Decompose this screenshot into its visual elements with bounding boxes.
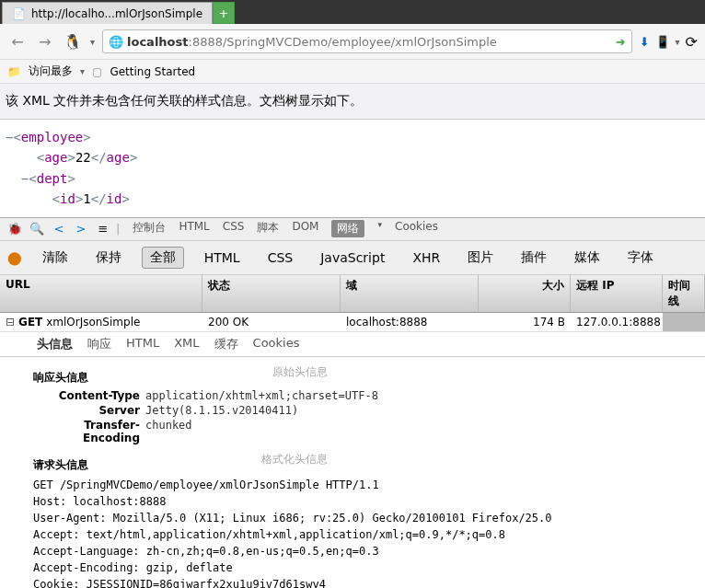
browser-tab[interactable]: 📄 http://localho...mlOrJsonSimple [2, 2, 213, 24]
arrow-right-icon[interactable]: > [72, 220, 90, 238]
down-arrow-icon[interactable]: ⬇ [640, 35, 650, 49]
url-input[interactable]: 🌐 localhost:8888/SpringMVCDemo/employee/… [102, 29, 632, 53]
filter-font[interactable]: 字体 [620, 248, 661, 268]
firebug-icon[interactable]: 🐞 [6, 220, 24, 238]
tab-html[interactable]: HTML [179, 220, 209, 237]
arrow-left-icon[interactable]: < [50, 220, 68, 238]
divider: | [116, 222, 120, 236]
fmt-hint: 格式化头信息 [261, 452, 328, 477]
annotation-arrow [0, 407, 6, 490]
dropdown-icon[interactable]: ▾ [676, 37, 680, 47]
tab-css[interactable]: CSS [223, 220, 245, 237]
xml-notice: 该 XML 文件并未包含任何关联的样式信息。文档树显示如下。 [0, 84, 705, 120]
device-icon[interactable]: 📱 [655, 35, 670, 49]
raw-request: GET /SpringMVCDemo/employee/xmlOrJsonSim… [33, 477, 690, 588]
collapse-icon[interactable]: ⊟ [6, 316, 15, 329]
new-tab-button[interactable]: + [213, 2, 235, 24]
xml-tree: −<employee> <age>22</age> −<dept> <id>1<… [0, 120, 705, 217]
tab-console[interactable]: 控制台 [133, 220, 166, 237]
net-table-header: URL 状态 域 大小 远程 IP 时间线 [0, 275, 705, 313]
break-icon[interactable]: ⬤ [7, 250, 22, 265]
col-status: 状态 [202, 275, 341, 312]
filter-xhr[interactable]: XHR [405, 248, 447, 267]
filter-css[interactable]: CSS [260, 248, 301, 267]
col-time: 时间线 [663, 275, 705, 312]
getting-started-link[interactable]: Getting Started [110, 65, 195, 78]
url-text: localhost:8888/SpringMVCDemo/employee/xm… [127, 35, 612, 49]
subtab-xml[interactable]: XML [174, 336, 199, 352]
dropdown-icon[interactable]: ▾ [80, 66, 85, 76]
getting-started-icon: ▢ [92, 65, 102, 78]
back-button[interactable]: ← [7, 31, 28, 52]
visit-most-link[interactable]: 访问最多 [29, 63, 73, 79]
inspect-icon[interactable]: 🔍 [28, 220, 46, 238]
tab-script[interactable]: 脚本 [257, 220, 279, 237]
col-domain: 域 [341, 275, 479, 312]
filter-media[interactable]: 媒体 [567, 248, 607, 268]
subtab-html[interactable]: HTML [126, 336, 159, 352]
tab-cookies[interactable]: Cookies [395, 220, 438, 237]
orig-hint: 原始头信息 [272, 364, 328, 389]
devtools-panel: 🐞 🔍 < > ≡ | 控制台 HTML CSS 脚本 DOM 网络 ▾ Coo… [0, 217, 705, 588]
penguin-icon: 🐧 [63, 31, 83, 52]
response-section-label: 响应头信息 [33, 370, 88, 386]
subtab-cache[interactable]: 缓存 [214, 336, 238, 352]
filter-plugin[interactable]: 插件 [514, 248, 554, 268]
reload-button[interactable]: ⟳ [686, 33, 698, 51]
filter-html[interactable]: HTML [197, 248, 248, 267]
col-url: URL [0, 275, 202, 312]
tab-dom[interactable]: DOM [292, 220, 318, 237]
bars-icon[interactable]: ≡ [94, 220, 112, 238]
globe-icon: 🌐 [109, 35, 123, 49]
tab-net[interactable]: 网络 [331, 220, 364, 237]
clear-button[interactable]: 清除 [35, 248, 75, 268]
col-remote: 远程 IP [571, 275, 663, 312]
filter-js[interactable]: JavaScript [313, 248, 392, 267]
net-row[interactable]: ⊟GET xmlOrJsonSimple 200 OK localhost:88… [0, 313, 705, 332]
filter-img[interactable]: 图片 [460, 248, 501, 268]
persist-button[interactable]: 保持 [88, 248, 129, 268]
col-size: 大小 [479, 275, 571, 312]
subtab-response[interactable]: 响应 [87, 336, 111, 352]
go-icon[interactable]: ➜ [616, 35, 626, 49]
dropdown-arrow-icon[interactable]: ▾ [90, 37, 95, 47]
forward-button[interactable]: → [35, 31, 55, 52]
subtab-cookies[interactable]: Cookies [253, 336, 300, 352]
page-icon: 📄 [12, 7, 26, 20]
dropdown-icon[interactable]: ▾ [377, 220, 382, 237]
tab-title: http://localho...mlOrJsonSimple [31, 7, 202, 20]
request-section-label: 请求头信息 [33, 457, 88, 473]
bookmark-folder-icon: 📁 [7, 65, 21, 78]
filter-all[interactable]: 全部 [142, 247, 184, 269]
subtab-headers[interactable]: 头信息 [37, 336, 73, 352]
